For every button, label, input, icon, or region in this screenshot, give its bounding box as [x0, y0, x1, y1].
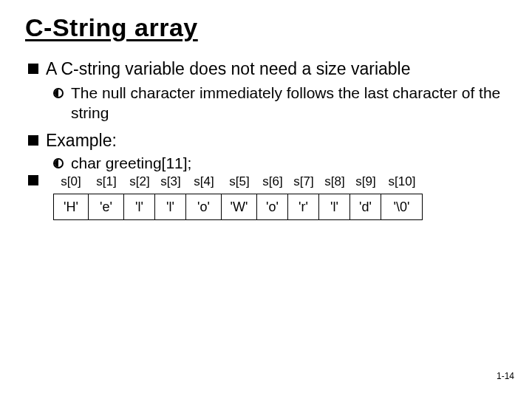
circle-bullet-icon — [53, 158, 64, 168]
array-header-cell: s[9] — [350, 174, 381, 189]
array-cell: 'd' — [350, 194, 381, 220]
array-cell: 'o' — [186, 194, 222, 220]
array-cell: 'l' — [319, 194, 350, 220]
array-header-cell: s[2] — [124, 174, 155, 189]
bullet-1a-text: The null character immediately follows t… — [71, 83, 507, 123]
array-cell: '\0' — [381, 194, 423, 220]
bullet-2a: char greeting[11]; — [53, 153, 507, 173]
slide-title: C-String array — [25, 13, 507, 42]
bullet-1-text: A C-string variable does not need a size… — [46, 58, 411, 80]
array-header-cell: s[5] — [222, 174, 257, 189]
array-cell: 'r' — [288, 194, 319, 220]
slide-number: 1-14 — [497, 371, 514, 381]
square-bullet-icon — [28, 135, 38, 146]
square-bullet-icon — [28, 175, 38, 185]
array-cell: 'l' — [155, 194, 186, 220]
bullet-1: A C-string variable does not need a size… — [28, 58, 507, 80]
array-cells: 'H''e''l''l''o''W''o''r''l''d''\0' — [53, 194, 423, 220]
slide: C-String array A C-string variable does … — [0, 0, 532, 399]
array-header-cell: s[7] — [288, 174, 319, 189]
array-cell: 'H' — [53, 194, 89, 220]
array-headers: s[0]s[1]s[2]s[3]s[4]s[5]s[6]s[7]s[8]s[9]… — [53, 174, 423, 189]
circle-bullet-icon — [53, 88, 64, 98]
array-cell: 'l' — [124, 194, 155, 220]
array-header-cell: s[4] — [186, 174, 222, 189]
bullet-2a-text: char greeting[11]; — [71, 153, 191, 173]
array-header-cell: s[10] — [381, 174, 423, 189]
square-bullet-icon — [28, 64, 38, 74]
array-header-cell: s[6] — [257, 174, 288, 189]
array-cell: 'W' — [222, 194, 257, 220]
array-header-cell: s[3] — [155, 174, 186, 189]
array-cell: 'e' — [89, 194, 124, 220]
array-diagram: s[0]s[1]s[2]s[3]s[4]s[5]s[6]s[7]s[8]s[9]… — [53, 174, 423, 220]
bullet-2: Example: — [28, 130, 507, 151]
bullet-2-text: Example: — [46, 130, 117, 151]
array-cell: 'o' — [257, 194, 288, 220]
array-header-cell: s[8] — [319, 174, 350, 189]
array-header-cell: s[0] — [53, 174, 89, 189]
bullet-array-row: s[0]s[1]s[2]s[3]s[4]s[5]s[6]s[7]s[8]s[9]… — [28, 173, 507, 220]
array-header-cell: s[1] — [89, 174, 124, 189]
bullet-1a: The null character immediately follows t… — [53, 83, 507, 123]
